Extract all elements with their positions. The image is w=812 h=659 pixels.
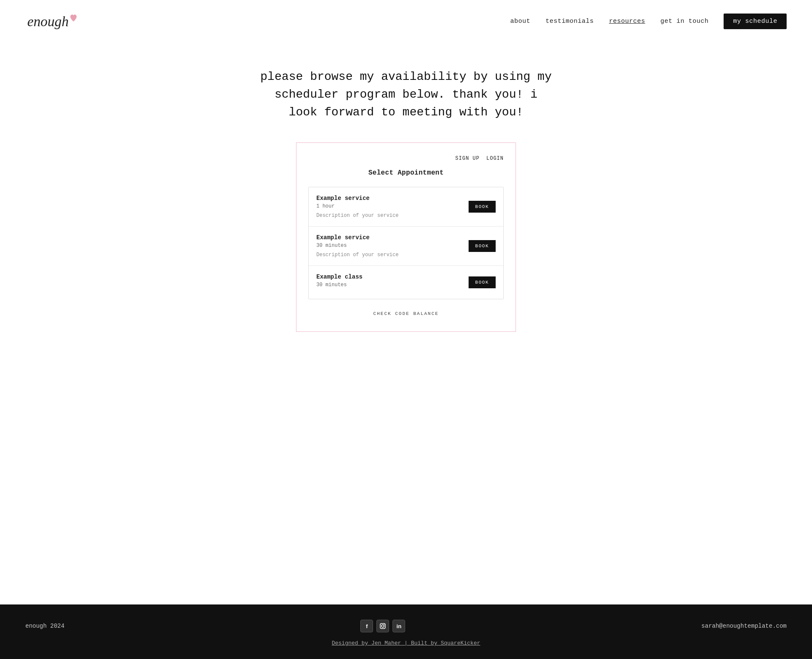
footer-inner: enough 2024 f in sarah@enoughtemplate.co… (25, 620, 787, 632)
footer-email[interactable]: sarah@enoughtemplate.com (701, 623, 787, 629)
service-name-1: Example service (316, 195, 398, 202)
footer-credit: Designed by Jen Maher | Built by SquareK… (25, 640, 787, 646)
book-button-2[interactable]: BOOK (469, 240, 496, 252)
book-button-1[interactable]: BOOK (469, 201, 496, 213)
main-nav: about testimonials resources get in touc… (510, 14, 787, 29)
scheduler-widget: SIGN UP LOGIN Select Appointment Example… (296, 142, 516, 332)
check-code-balance[interactable]: CHECK CODE BALANCE (308, 311, 504, 316)
service-item-2: Example service 30 minutes Description o… (309, 227, 503, 266)
footer-credit-link[interactable]: Designed by Jen Maher | Built by SquareK… (332, 640, 480, 646)
main-content: please browse my availability by using m… (0, 43, 812, 604)
footer-social-icons: f in (360, 620, 405, 632)
nav-resources[interactable]: resources (609, 18, 645, 25)
book-button-3[interactable]: BOOK (469, 276, 496, 288)
widget-title: Select Appointment (308, 169, 504, 177)
service-description-2: Description of your service (316, 252, 398, 258)
service-info-3: Example class 30 minutes (316, 273, 362, 291)
svg-point-3 (384, 624, 385, 625)
nav-get-in-touch[interactable]: get in touch (660, 18, 708, 25)
service-item-1: Example service 1 hour Description of yo… (309, 187, 503, 227)
service-item-3: Example class 30 minutes BOOK (309, 266, 503, 299)
svg-rect-1 (380, 623, 385, 629)
service-name-2: Example service (316, 234, 398, 241)
footer-copyright: enough 2024 (25, 623, 64, 629)
nav-about[interactable]: about (510, 18, 530, 25)
service-duration-1: 1 hour (316, 203, 398, 209)
nav-testimonials[interactable]: testimonials (546, 18, 594, 25)
my-schedule-button[interactable]: my schedule (724, 14, 787, 29)
service-duration-3: 30 minutes (316, 282, 362, 288)
facebook-icon[interactable]: f (360, 620, 373, 632)
svg-text:enough: enough (27, 14, 69, 29)
service-duration-2: 30 minutes (316, 243, 398, 249)
site-footer: enough 2024 f in sarah@enoughtemplate.co… (0, 604, 812, 659)
service-list: Example service 1 hour Description of yo… (308, 187, 504, 299)
instagram-icon[interactable] (376, 620, 389, 632)
widget-auth-actions: SIGN UP LOGIN (308, 156, 504, 161)
intro-paragraph: please browse my availability by using m… (258, 68, 554, 121)
svg-point-2 (381, 625, 384, 627)
linkedin-icon[interactable]: in (392, 620, 405, 632)
service-info-1: Example service 1 hour Description of yo… (316, 195, 398, 219)
logo[interactable]: enough (25, 8, 85, 35)
sign-up-link[interactable]: SIGN UP (455, 156, 480, 161)
service-info-2: Example service 30 minutes Description o… (316, 234, 398, 258)
service-description-1: Description of your service (316, 213, 398, 219)
instagram-svg (379, 623, 386, 629)
logo-svg: enough (25, 8, 85, 35)
login-link[interactable]: LOGIN (486, 156, 504, 161)
service-name-3: Example class (316, 273, 362, 280)
site-header: enough about testimonials resources get … (0, 0, 812, 43)
